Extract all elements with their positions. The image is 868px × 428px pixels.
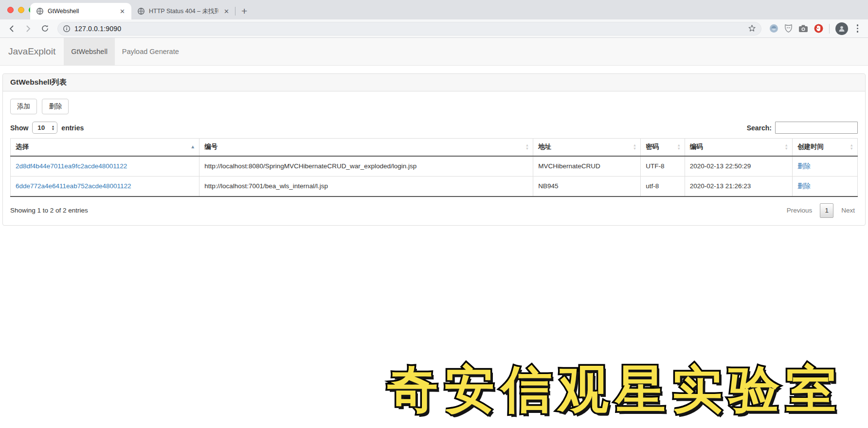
- window-minimize-button[interactable]: [18, 7, 24, 13]
- sort-icon: ▲▼: [850, 144, 853, 150]
- tab-strip: GtWebshell ✕ HTTP Status 404 – 未找到 ✕ +: [0, 0, 868, 19]
- page-length-value: 10: [37, 124, 45, 131]
- star-icon[interactable]: [748, 24, 756, 33]
- mask-extension-icon[interactable]: [784, 24, 793, 33]
- menu-icon[interactable]: [854, 24, 862, 33]
- profile-avatar[interactable]: [835, 22, 848, 35]
- previous-page-button[interactable]: Previous: [787, 207, 813, 214]
- nav-item-payload-generate[interactable]: Payload Generate: [115, 38, 186, 65]
- column-header-3[interactable]: 密码▲▼: [641, 139, 685, 156]
- globe-favicon-icon: [36, 7, 44, 15]
- column-header-4[interactable]: 编码▲▼: [685, 139, 792, 156]
- table-row: 2d8df4b44e7011ea9fc2acde48001122http://l…: [11, 156, 858, 177]
- add-button[interactable]: 添加: [10, 99, 37, 114]
- next-page-button[interactable]: Next: [841, 207, 855, 214]
- tab-title: HTTP Status 404 – 未找到: [149, 7, 218, 16]
- url-text[interactable]: 127.0.0.1:9090: [74, 25, 744, 33]
- globe-favicon-icon: [137, 7, 145, 15]
- datatable-footer: Showing 1 to 2 of 2 entries Previous 1 N…: [10, 203, 858, 218]
- entries-info: Showing 1 to 2 of 2 entries: [10, 207, 88, 214]
- watermark-text: 奇安信观星实验室: [387, 356, 843, 424]
- cell-created: 2020-02-13 22:50:29: [685, 156, 792, 177]
- page-number-button[interactable]: 1: [820, 203, 833, 218]
- new-tab-button[interactable]: +: [241, 6, 247, 16]
- webshell-id-link[interactable]: 2d8df4b44e7011ea9fc2acde48001122: [16, 162, 127, 170]
- tab-close-icon[interactable]: ✕: [222, 8, 231, 15]
- datatable-controls: Show 10 ▲▼ entries Search:: [10, 122, 858, 134]
- sort-icon: ▲▼: [784, 144, 788, 150]
- back-icon[interactable]: [5, 22, 18, 36]
- search-control: Search:: [747, 122, 858, 134]
- webshell-table: 选择▲编号▲▼地址▲▼密码▲▼编码▲▼创建时间▲▼ 2d8df4b44e7011…: [10, 138, 858, 197]
- site-navbar: JavaExploit GtWebshell Payload Generate: [0, 38, 868, 66]
- reload-icon[interactable]: [38, 22, 52, 36]
- sort-icon: ▲▼: [677, 144, 680, 150]
- address-bar[interactable]: 127.0.0.1:9090: [57, 22, 761, 36]
- camera-extension-icon[interactable]: [798, 24, 808, 33]
- page-length-select[interactable]: 10 ▲▼: [32, 122, 57, 134]
- cell-action: 删除: [792, 156, 857, 177]
- sort-icon: ▲▼: [525, 144, 529, 150]
- cell-password: NB945: [533, 176, 641, 196]
- cell-encoding: utf-8: [641, 176, 685, 196]
- nav-item-gtwebshell[interactable]: GtWebshell: [64, 38, 115, 65]
- forward-icon[interactable]: [21, 22, 35, 36]
- cell-url: http://localhost:7001/bea_wls_internal/l…: [199, 176, 533, 196]
- pagination: Previous 1 Next: [787, 203, 858, 218]
- cell-url: http://localhost:8080/SpringMVCHibernate…: [199, 156, 533, 177]
- browser-chrome: GtWebshell ✕ HTTP Status 404 – 未找到 ✕ + 1…: [0, 0, 868, 38]
- search-input[interactable]: [775, 122, 858, 134]
- cell-id: 2d8df4b44e7011ea9fc2acde48001122: [11, 156, 199, 177]
- table-row: 6dde772a4e6411eab752acde48001122http://l…: [11, 176, 858, 196]
- delete-link[interactable]: 删除: [797, 162, 811, 170]
- gtwebshell-panel: GtWebshell列表 添加 删除 Show 10 ▲▼ entries Se…: [2, 73, 866, 226]
- cell-password: MVCHibernateCRUD: [533, 156, 641, 177]
- column-header-1[interactable]: 编号▲▼: [199, 139, 533, 156]
- action-buttons: 添加 删除: [10, 99, 858, 114]
- cell-encoding: UTF-8: [641, 156, 685, 177]
- cell-action: 删除: [792, 176, 857, 196]
- webshell-id-link[interactable]: 6dde772a4e6411eab752acde48001122: [16, 182, 131, 190]
- sort-asc-icon: ▲: [190, 144, 195, 149]
- handstop-extension-icon[interactable]: [814, 24, 823, 33]
- show-label: Show: [10, 124, 28, 132]
- cell-created: 2020-02-13 21:26:23: [685, 176, 792, 196]
- delete-button[interactable]: 删除: [42, 99, 69, 114]
- panel-body: 添加 删除 Show 10 ▲▼ entries Search: 选择▲编号▲▼…: [3, 91, 865, 225]
- toolbar-separator: [829, 24, 830, 34]
- browser-toolbar: 127.0.0.1:9090: [0, 19, 868, 38]
- browser-tab-active[interactable]: GtWebshell ✕: [30, 3, 131, 19]
- column-header-2[interactable]: 地址▲▼: [533, 139, 641, 156]
- extensions-area: [767, 22, 864, 35]
- table-body: 2d8df4b44e7011ea9fc2acde48001122http://l…: [11, 156, 858, 196]
- panel-title: GtWebshell列表: [3, 74, 865, 91]
- entries-label: entries: [61, 124, 84, 132]
- tab-title: GtWebshell: [48, 8, 114, 15]
- sort-icon: ▲▼: [633, 144, 636, 150]
- search-label: Search:: [747, 124, 772, 132]
- column-header-0[interactable]: 选择▲: [11, 139, 199, 156]
- tab-close-icon[interactable]: ✕: [118, 8, 127, 15]
- browser-tab-inactive[interactable]: HTTP Status 404 – 未找到 ✕: [131, 3, 235, 19]
- info-icon[interactable]: [63, 25, 71, 33]
- brand[interactable]: JavaExploit: [0, 38, 64, 65]
- window-close-button[interactable]: [7, 7, 14, 13]
- delete-link[interactable]: 删除: [797, 182, 811, 190]
- circle-extension-icon[interactable]: [769, 24, 778, 33]
- column-header-5[interactable]: 创建时间▲▼: [792, 139, 857, 156]
- cell-id: 6dde772a4e6411eab752acde48001122: [11, 176, 199, 196]
- select-stepper-icon: ▲▼: [51, 125, 54, 130]
- page-length-control: Show 10 ▲▼ entries: [10, 122, 84, 134]
- table-header-row: 选择▲编号▲▼地址▲▼密码▲▼编码▲▼创建时间▲▼: [11, 139, 858, 156]
